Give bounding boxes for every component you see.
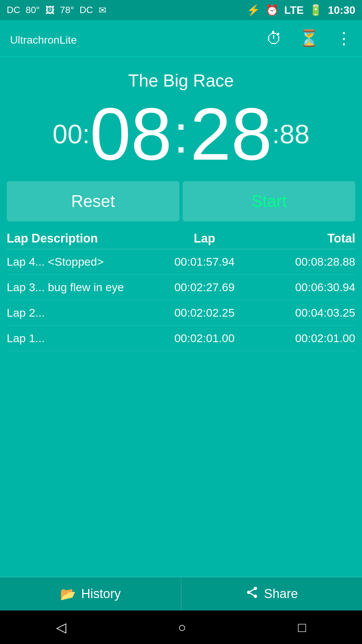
table-row: Lap 1... 00:02:01.00 00:02:01.00 (7, 326, 355, 351)
bluetooth-icon: ⚡ (247, 4, 260, 16)
recent-button[interactable]: □ (298, 620, 306, 635)
timer-seconds: 28 (190, 97, 272, 171)
action-buttons: Reset Start (7, 181, 355, 221)
main-content: The Big Race 00 : 08 : 28 : 88 Reset Sta… (0, 57, 362, 361)
status-camera-icon: 🖼 (45, 5, 55, 16)
race-title: The Big Race (0, 64, 362, 94)
row3-lap: 00:02:02.25 (154, 306, 255, 319)
row2-lap: 00:02:27.69 (154, 281, 255, 294)
timer-centiseconds: 88 (280, 119, 309, 150)
app-header: UltrachronLite ⏱ ⏳ ⋮ (0, 20, 362, 57)
stopwatch-icon[interactable]: ⏱ (266, 29, 282, 48)
row4-total: 00:02:01.00 (255, 332, 355, 345)
android-nav-bar: ◁ ○ □ (0, 610, 362, 644)
timer-minutes: 08 (90, 97, 172, 171)
history-label: History (81, 587, 121, 601)
header-lap: Lap (154, 231, 255, 246)
row3-total: 00:04:03.25 (255, 306, 355, 319)
status-right: ⚡ ⏰ LTE 🔋 10:30 (247, 4, 355, 16)
header-icons: ⏱ ⏳ ⋮ (266, 29, 352, 48)
timer-display: 00 : 08 : 28 : 88 (0, 94, 362, 174)
timer-colon2: : (174, 103, 188, 165)
alarm-icon: ⏰ (265, 4, 279, 16)
hourglass-icon[interactable]: ⏳ (299, 29, 319, 48)
share-button[interactable]: Share (181, 577, 362, 610)
logo-main: Ultrachron (10, 34, 60, 46)
share-icon (245, 586, 259, 602)
home-button[interactable]: ○ (178, 620, 186, 635)
start-button[interactable]: Start (183, 181, 355, 221)
row1-lap: 00:01:57.94 (154, 255, 255, 268)
status-dc1: DC (7, 5, 20, 15)
timer-colon3: : (272, 119, 280, 150)
status-time: 10:30 (328, 4, 355, 16)
status-left: DC 80° 🖼 78° DC ✉ (7, 5, 106, 16)
status-temp1: 80° (25, 5, 40, 15)
signal-icon: LTE (284, 4, 304, 16)
history-button[interactable]: 📂 History (0, 577, 181, 610)
row2-total: 00:06:30.94 (255, 281, 355, 294)
row4-description: Lap 1... (7, 332, 154, 345)
table-row: Lap 3... bug flew in eye 00:02:27.69 00:… (7, 275, 355, 300)
battery-icon: 🔋 (309, 4, 322, 16)
status-temp2: 78° (60, 5, 74, 15)
table-row: Lap 2... 00:02:02.25 00:04:03.25 (7, 300, 355, 326)
svg-point-2 (254, 595, 257, 598)
status-dc2: DC (79, 5, 93, 15)
svg-line-4 (250, 589, 254, 592)
row1-description: Lap 4... <Stopped> (7, 255, 154, 268)
table-row: Lap 4... <Stopped> 00:01:57.94 00:08:28.… (7, 249, 355, 275)
share-label: Share (264, 587, 298, 601)
logo-suffix: Lite (60, 34, 77, 46)
timer-hours: 00 (53, 119, 82, 150)
timer-colon1: : (82, 119, 90, 150)
app-logo: UltrachronLite (10, 29, 77, 47)
lap-table-header: Lap Description Lap Total (7, 228, 355, 249)
bottom-bar: 📂 History Share (0, 577, 362, 610)
svg-point-0 (254, 587, 257, 590)
back-button[interactable]: ◁ (56, 620, 66, 635)
status-bar: DC 80° 🖼 78° DC ✉ ⚡ ⏰ LTE 🔋 10:30 (0, 0, 362, 20)
svg-point-1 (247, 591, 250, 594)
row4-lap: 00:02:01.00 (154, 332, 255, 345)
reset-button[interactable]: Reset (7, 181, 179, 221)
svg-line-3 (250, 593, 254, 596)
header-description: Lap Description (7, 231, 154, 246)
header-total: Total (255, 231, 355, 246)
status-mail-icon: ✉ (99, 5, 106, 16)
history-icon: 📂 (60, 587, 76, 601)
row2-description: Lap 3... bug flew in eye (7, 281, 154, 294)
row3-description: Lap 2... (7, 306, 154, 319)
lap-table: Lap Description Lap Total Lap 4... <Stop… (7, 228, 355, 351)
row1-total: 00:08:28.88 (255, 255, 355, 268)
menu-icon[interactable]: ⋮ (336, 29, 352, 48)
